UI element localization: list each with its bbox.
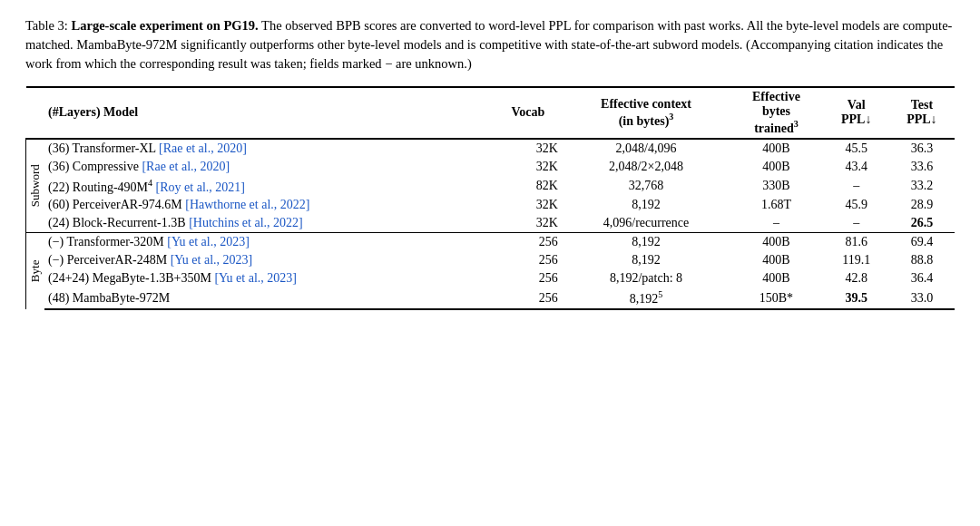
val-ppl-val: 119.1 (824, 251, 889, 269)
eff-context-col-header: Effective context(in bytes)3 (564, 87, 730, 139)
citation-link: [Roy et al., 2021] (156, 180, 245, 193)
vocab-col-header: Vocab (493, 87, 564, 139)
vocab-val: 256 (493, 287, 564, 309)
eff-bytes-sup: 3 (794, 119, 799, 129)
vocab-val: 256 (493, 269, 564, 287)
model-name: (36) Compressive [Rae et al., 2020] (44, 158, 493, 176)
caption-bold: Large-scale experiment on PG19. (72, 18, 259, 33)
eff-bytes-val: – (729, 214, 823, 233)
vocab-val: 32K (493, 139, 564, 158)
val-ppl-val: 42.8 (824, 269, 889, 287)
vocab-val: 82K (493, 176, 564, 197)
citation-link: [Rae et al., 2020] (142, 160, 230, 173)
val-ppl-col-header: ValPPL↓ (824, 87, 889, 139)
byte-row-3: (24+24) MegaByte-1.3B+350M [Yu et al., 2… (26, 269, 956, 287)
model-name: (60) PerceiverAR-974.6M [Hawthorne et al… (44, 196, 493, 214)
subword-row-2: (36) Compressive [Rae et al., 2020] 32K … (26, 158, 956, 176)
subword-row-4: (60) PerceiverAR-974.6M [Hawthorne et al… (26, 196, 956, 214)
byte-row-4: (48) MambaByte-972M 256 8,1925 150B* 39.… (26, 287, 956, 309)
test-ppl-val: 88.8 (889, 251, 955, 269)
test-ppl-val: 36.3 (889, 139, 955, 158)
eff-ctx-val: 8,192 (564, 196, 730, 214)
val-ppl-val: 43.4 (824, 158, 889, 176)
group-col-header (26, 87, 45, 139)
table-caption: Table 3: Large-scale experiment on PG19.… (25, 16, 955, 73)
vocab-val: 32K (493, 158, 564, 176)
val-ppl-val: – (824, 214, 889, 233)
test-ppl-val: 33.0 (889, 287, 955, 309)
vocab-val: 256 (493, 251, 564, 269)
model-name: (36) Transformer-XL [Rae et al., 2020] (44, 139, 493, 158)
eff-bytes-val: 400B (729, 139, 823, 158)
model-name: (22) Routing-490M4 [Roy et al., 2021] (44, 176, 493, 197)
eff-bytes-val: 1.68T (729, 196, 823, 214)
eff-context-sup: 3 (669, 112, 673, 122)
vocab-val: 32K (493, 214, 564, 233)
citation-link: [Yu et al., 2023] (214, 271, 297, 285)
eff-ctx-val: 2,048/2×2,048 (564, 158, 730, 176)
byte-row-1: Byte (−) Transformer-320M [Yu et al., 20… (26, 233, 956, 252)
eff-bytes-col-header: Effectivebytestrained3 (729, 87, 823, 139)
subword-row-1: Subword (36) Transformer-XL [Rae et al.,… (26, 139, 956, 158)
eff-ctx-val: 4,096/recurrence (564, 214, 730, 233)
val-ppl-val: 39.5 (824, 287, 889, 309)
test-ppl-val: 69.4 (889, 233, 955, 252)
test-ppl-val: 26.5 (889, 214, 955, 233)
val-ppl-val: 45.5 (824, 139, 889, 158)
results-table: (#Layers) Model Vocab Effective context(… (25, 86, 955, 310)
test-ppl-val: 28.9 (889, 196, 955, 214)
citation-link: [Yu et al., 2023] (171, 253, 253, 267)
test-ppl-val: 33.6 (889, 158, 955, 176)
val-ppl-val: 45.9 (824, 196, 889, 214)
eff-ctx-val: 8,192 (564, 251, 730, 269)
table-header-row: (#Layers) Model Vocab Effective context(… (26, 87, 956, 139)
eff-ctx-val: 2,048/4,096 (564, 139, 730, 158)
eff-bytes-val: 400B (729, 251, 823, 269)
citation-link: [Hawthorne et al., 2022] (185, 198, 309, 211)
byte-group-label: Byte (26, 233, 45, 309)
vocab-val: 256 (493, 233, 564, 252)
citation-link: [Hutchins et al., 2022] (189, 216, 303, 229)
citation-link: [Rae et al., 2020] (159, 141, 247, 155)
citation-link: [Yu et al., 2023] (167, 235, 250, 248)
eff-bytes-val: 400B (729, 233, 823, 252)
eff-ctx-val: 8,1925 (564, 287, 730, 309)
eff-bytes-val: 330B (729, 176, 823, 197)
model-col-header: (#Layers) Model (44, 87, 493, 139)
eff-ctx-val: 8,192 (564, 233, 730, 252)
val-ppl-val: – (824, 176, 889, 197)
vocab-val: 32K (493, 196, 564, 214)
model-name: (24+24) MegaByte-1.3B+350M [Yu et al., 2… (44, 269, 493, 287)
model-name: (−) PerceiverAR-248M [Yu et al., 2023] (44, 251, 493, 269)
eff-bytes-val: 400B (729, 269, 823, 287)
byte-row-2: (−) PerceiverAR-248M [Yu et al., 2023] 2… (26, 251, 956, 269)
subword-row-3: (22) Routing-490M4 [Roy et al., 2021] 82… (26, 176, 956, 197)
model-name: (−) Transformer-320M [Yu et al., 2023] (44, 233, 493, 252)
test-ppl-col-header: TestPPL↓ (889, 87, 955, 139)
subword-row-5: (24) Block-Recurrent-1.3B [Hutchins et a… (26, 214, 956, 233)
test-ppl-val: 33.2 (889, 176, 955, 197)
model-name: (24) Block-Recurrent-1.3B [Hutchins et a… (44, 214, 493, 233)
page-container: Table 3: Large-scale experiment on PG19.… (25, 16, 955, 310)
subword-group-label: Subword (26, 139, 45, 233)
model-name: (48) MambaByte-972M (44, 287, 493, 309)
val-ppl-val: 81.6 (824, 233, 889, 252)
caption-label: Table 3: (25, 18, 68, 33)
eff-bytes-val: 150B* (729, 287, 823, 309)
eff-ctx-val: 8,192/patch: 8 (564, 269, 730, 287)
test-ppl-val: 36.4 (889, 269, 955, 287)
eff-bytes-val: 400B (729, 158, 823, 176)
eff-ctx-val: 32,768 (564, 176, 730, 197)
